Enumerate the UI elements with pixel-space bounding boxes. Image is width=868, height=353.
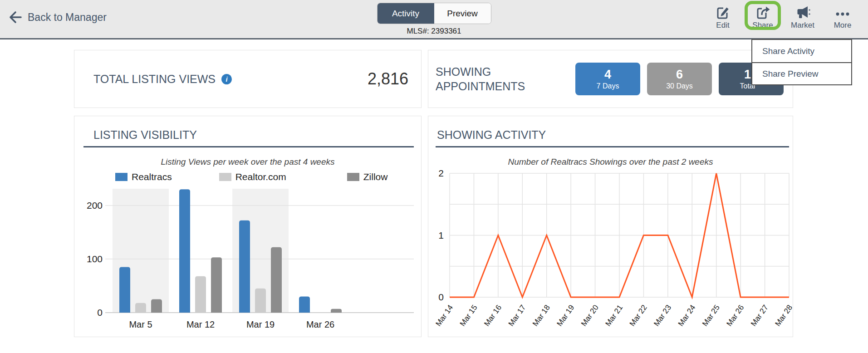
legend-item-zillow: Zillow [347,172,388,182]
appointments-badge-7days: 4 7 Days [575,63,640,95]
svg-text:200: 200 [87,200,103,211]
menu-item-share-preview[interactable]: Share Preview [752,62,851,84]
edit-label: Edit [716,21,729,30]
top-toolbar: Back to Manager Activity Preview MLS#: 2… [0,0,868,39]
svg-text:Mar 5: Mar 5 [129,319,152,329]
svg-text:100: 100 [87,254,103,264]
line-chart-subtitle: Number of Realtracs Showings over the pa… [428,157,793,167]
total-listing-views-title: TOTAL LISTING VIEWS [93,73,216,86]
arrow-left-icon [7,10,23,25]
legend-swatch-zillow [347,173,359,181]
share-label: Share [752,21,773,30]
legend-label-realtracs: Realtracs [132,172,172,182]
appointments-badge-30days: 6 30 Days [647,63,712,95]
showings-line-chart: 012Mar 14Mar 15Mar 16Mar 17Mar 18Mar 19M… [428,170,793,337]
svg-text:Mar 12: Mar 12 [186,319,215,329]
share-dropdown-menu: Share Activity Share Preview [751,39,852,85]
total-listing-views-value: 2,816 [368,69,408,88]
listing-views-bar-chart: 0100200Mar 5Mar 12Mar 19Mar 26 [74,186,421,339]
total-listing-views-card: TOTAL LISTING VIEWS i 2,816 [74,50,422,108]
share-button[interactable]: Share [747,4,778,30]
svg-text:0: 0 [97,307,103,318]
share-icon [755,4,771,20]
more-button[interactable]: More [827,4,858,30]
market-label: Market [791,21,814,30]
more-label: More [834,21,852,30]
svg-text:Mar 23: Mar 23 [652,303,673,328]
back-to-manager-button[interactable]: Back to Manager [7,10,107,25]
listing-visibility-card: LISTING VISIBILITY Listing Views per wee… [74,116,422,337]
toolbar-actions: Edit Share Market More [707,4,858,30]
listing-visibility-title: LISTING VISIBILITY [83,128,414,147]
svg-text:Mar 26: Mar 26 [306,319,334,329]
svg-text:Mar 28: Mar 28 [773,303,793,328]
svg-text:Mar 20: Mar 20 [579,303,600,328]
bar-chart-subtitle: Listing Views per week over the past 4 w… [74,157,421,167]
tab-activity[interactable]: Activity [378,3,434,24]
market-button[interactable]: Market [787,4,818,30]
legend-swatch-realtracs [115,173,128,181]
svg-text:Mar 15: Mar 15 [458,303,479,328]
menu-item-share-activity[interactable]: Share Activity [752,40,851,62]
svg-text:Mar 16: Mar 16 [482,303,503,328]
more-dots-icon [834,4,851,20]
svg-text:2: 2 [438,170,444,178]
svg-text:Mar 24: Mar 24 [677,303,697,328]
svg-text:Mar 27: Mar 27 [749,303,770,328]
showing-activity-card: SHOWING ACTIVITY Number of Realtracs Sho… [428,116,793,337]
view-switcher: Activity Preview MLS#: 2393361 [377,3,491,36]
legend-item-realtor-com: Realtor.com [219,172,286,182]
megaphone-icon [794,4,811,20]
svg-text:1: 1 [438,230,444,240]
svg-text:0: 0 [438,292,444,302]
svg-text:Mar 19: Mar 19 [555,303,576,328]
main-content: TOTAL LISTING VIEWS i 2,816 SHOWING APPO… [0,39,868,337]
legend-label-realtor-com: Realtor.com [235,172,286,182]
showing-activity-title: SHOWING ACTIVITY [436,128,789,147]
svg-text:Mar 26: Mar 26 [725,303,746,328]
edit-icon [715,4,731,20]
showing-appointments-card: SHOWING APPOINTMENTS 4 7 Days 6 30 Days … [428,50,793,108]
mls-number: MLS#: 2393361 [377,27,491,36]
back-to-manager-label: Back to Manager [28,11,107,24]
svg-text:Mar 22: Mar 22 [628,303,649,328]
legend-label-zillow: Zillow [363,172,388,182]
bar-chart-legend: Realtracs Realtor.com Zillow [74,172,421,182]
tab-preview[interactable]: Preview [434,3,491,24]
info-icon[interactable]: i [221,74,232,84]
legend-swatch-realtor-com [219,173,231,181]
svg-text:Mar 17: Mar 17 [507,303,528,328]
legend-item-realtracs: Realtracs [115,172,172,182]
svg-text:Mar 25: Mar 25 [701,303,721,328]
showing-appointments-title: SHOWING APPOINTMENTS [436,64,525,94]
svg-text:Mar 21: Mar 21 [603,303,624,328]
svg-text:Mar 19: Mar 19 [246,319,275,329]
svg-text:Mar 14: Mar 14 [434,303,455,328]
svg-text:Mar 18: Mar 18 [531,303,552,328]
edit-button[interactable]: Edit [707,4,738,30]
